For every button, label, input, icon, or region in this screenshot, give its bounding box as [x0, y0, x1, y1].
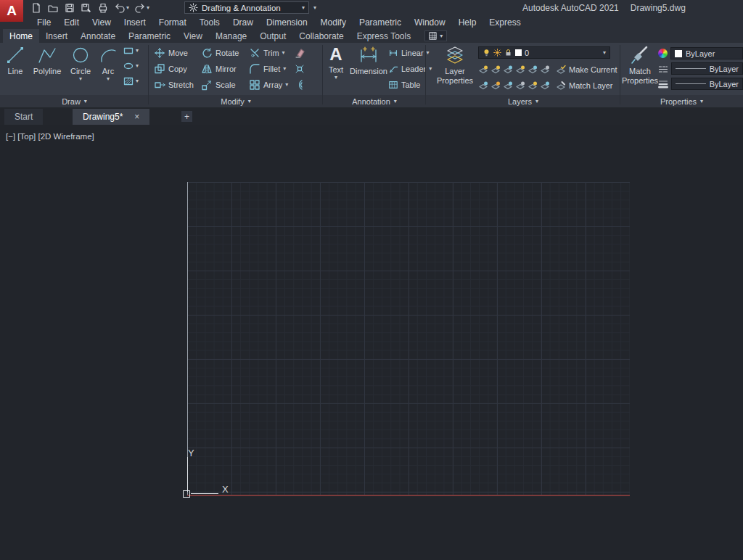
rectangle-flyout-button[interactable]: ▾ — [123, 46, 139, 56]
ribbon-tab-annotate[interactable]: Annotate — [74, 29, 122, 43]
annotation-panel-title: Annotation — [352, 97, 390, 106]
redo-flyout-arrow-icon[interactable]: ▾ — [147, 5, 149, 11]
array-button[interactable]: Array ▾ — [249, 77, 288, 93]
fillet-button[interactable]: Fillet ▾ — [249, 61, 288, 77]
toolbar-options-arrow-icon[interactable]: ▾ — [313, 5, 316, 11]
line-button[interactable]: Line — [2, 44, 28, 76]
arc-flyout-arrow-icon[interactable]: ▾ — [107, 76, 110, 82]
layer-thaw-all-icon[interactable] — [540, 65, 550, 75]
drawing-canvas[interactable]: [−] [Top] [2D Wireframe] X Y — [0, 125, 743, 560]
ribbon-display-options-button[interactable]: ▾ — [424, 30, 447, 41]
layer-freeze-icon[interactable] — [503, 65, 513, 75]
mirror-button[interactable]: Mirror — [201, 61, 239, 77]
plot-button[interactable] — [97, 2, 109, 14]
object-color-dropdown[interactable]: ByLayer — [670, 47, 743, 59]
menu-dimension[interactable]: Dimension — [260, 17, 314, 28]
layer-previous-icon[interactable] — [540, 81, 550, 91]
ribbon-tab-express-tools[interactable]: Express Tools — [350, 29, 417, 43]
copy-button[interactable]: Copy — [154, 61, 194, 77]
new-file-button[interactable] — [30, 2, 42, 14]
circle-button[interactable]: Circle ▾ — [66, 44, 95, 82]
circle-icon — [70, 44, 91, 66]
properties-panel-expand-icon: ▾ — [700, 99, 703, 104]
match-properties-button[interactable]: Match Properties — [622, 44, 658, 85]
annotation-panel-label[interactable]: Annotation ▾ — [323, 95, 426, 107]
workspace-switcher[interactable]: Drafting & Annotation ▾ — [184, 1, 309, 14]
ribbon-tab-manage[interactable]: Manage — [209, 29, 253, 43]
redo-button[interactable]: ▾ — [134, 2, 149, 14]
properties-panel-label[interactable]: Properties ▾ — [620, 95, 743, 107]
menu-file[interactable]: File — [30, 17, 57, 28]
erase-button[interactable] — [294, 45, 305, 61]
autocad-logo[interactable]: A — [0, 0, 23, 22]
move-button[interactable]: Move — [154, 45, 194, 61]
viewport-view-control[interactable]: [Top] — [17, 132, 36, 141]
menu-tools[interactable]: Tools — [193, 17, 226, 28]
ribbon-tab-output[interactable]: Output — [253, 29, 292, 43]
dimension-button[interactable]: Dimension — [350, 44, 387, 76]
menu-help[interactable]: Help — [452, 17, 483, 28]
color-wheel-icon[interactable] — [658, 49, 668, 58]
text-button[interactable]: A Text ▾ — [324, 44, 348, 81]
make-current-button[interactable]: Make Current — [556, 63, 617, 76]
menu-draw[interactable]: Draw — [226, 17, 260, 28]
hatch-flyout-button[interactable]: ▾ — [123, 76, 139, 86]
layer-off-icon[interactable] — [478, 65, 488, 75]
menu-view[interactable]: View — [86, 17, 118, 28]
menu-insert[interactable]: Insert — [118, 17, 152, 28]
layers-panel-label[interactable]: Layers ▾ — [426, 95, 620, 107]
file-tab-drawing5[interactable]: Drawing5* × — [73, 109, 149, 125]
scale-button[interactable]: Scale — [201, 77, 239, 93]
menu-modify[interactable]: Modify — [314, 17, 353, 28]
ribbon-tab-insert[interactable]: Insert — [39, 29, 74, 43]
layer-on-icon[interactable] — [478, 81, 488, 91]
stretch-button[interactable]: Stretch — [154, 77, 194, 93]
layer-unisolate-icon[interactable] — [528, 65, 538, 75]
trim-button[interactable]: Trim ▾ — [249, 45, 288, 61]
save-as-icon — [81, 2, 92, 14]
arc-button[interactable]: Arc ▾ — [97, 44, 120, 82]
redo-icon — [134, 2, 146, 14]
match-layer-button[interactable]: Match Layer — [556, 79, 613, 92]
layer-properties-button[interactable]: Layer Properties — [435, 44, 475, 85]
open-file-button[interactable] — [47, 2, 59, 14]
menu-format[interactable]: Format — [152, 17, 193, 28]
modify-panel-label[interactable]: Modify ▾ — [149, 95, 323, 107]
layer-unlock-all-icon[interactable] — [503, 81, 513, 91]
linetype-dropdown[interactable]: ByLayer — [671, 62, 743, 75]
circle-flyout-arrow-icon[interactable]: ▾ — [79, 76, 82, 82]
explode-button[interactable] — [294, 61, 305, 77]
ribbon-tab-home[interactable]: Home — [3, 29, 39, 43]
save-as-button[interactable] — [81, 2, 92, 14]
viewport-menu-control[interactable]: [−] — [6, 132, 15, 141]
rotate-button[interactable]: Rotate — [201, 45, 239, 61]
menu-express[interactable]: Express — [483, 17, 527, 28]
close-tab-icon[interactable]: × — [134, 112, 139, 122]
menu-edit[interactable]: Edit — [57, 17, 86, 28]
viewport-visual-style-control[interactable]: [2D Wireframe] — [38, 132, 94, 141]
fillet-label: Fillet — [263, 65, 280, 73]
lineweight-dropdown[interactable]: ByLayer — [671, 78, 743, 90]
draw-panel-title: Draw — [62, 97, 81, 106]
layer-thaw-icon[interactable] — [490, 81, 501, 91]
undo-button[interactable]: ▾ — [114, 2, 129, 14]
ellipse-flyout-button[interactable]: ▾ — [123, 61, 139, 71]
layer-freeze-other-icon[interactable] — [528, 81, 538, 91]
save-button[interactable] — [64, 2, 75, 14]
menu-parametric[interactable]: Parametric — [353, 17, 408, 28]
draw-panel-label[interactable]: Draw ▾ — [0, 95, 149, 107]
new-drawing-tab-button[interactable]: + — [181, 111, 192, 122]
ribbon-tab-view[interactable]: View — [177, 29, 209, 43]
layer-walk-icon[interactable] — [515, 81, 525, 91]
ribbon-tab-collaborate[interactable]: Collaborate — [292, 29, 350, 43]
layer-lock-icon[interactable] — [515, 65, 525, 75]
layer-select-dropdown[interactable]: 0 ▾ — [478, 46, 610, 59]
menu-window[interactable]: Window — [408, 17, 452, 28]
offset-button[interactable] — [294, 77, 305, 93]
file-tab-start[interactable]: Start — [4, 109, 43, 125]
undo-flyout-arrow-icon[interactable]: ▾ — [126, 5, 129, 11]
layer-isolate-icon[interactable] — [490, 65, 501, 75]
text-flyout-arrow-icon[interactable]: ▾ — [334, 75, 337, 81]
polyline-button[interactable]: Polyline — [30, 44, 65, 76]
ribbon-tab-parametric[interactable]: Parametric — [122, 29, 177, 43]
